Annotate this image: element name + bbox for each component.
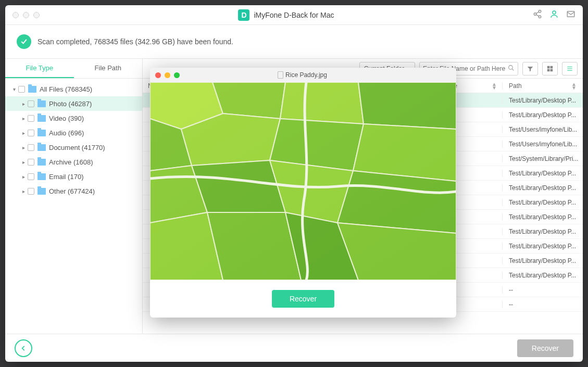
caret-right-icon: ▸ [21, 188, 26, 194]
caret-right-icon: ▸ [21, 101, 26, 107]
cell-path: Test/Library/Desktop P... [502, 257, 583, 264]
preview-filename: Rice Paddy.jpg [184, 71, 421, 79]
svg-marker-14 [358, 82, 456, 129]
window-controls[interactable] [12, 12, 40, 18]
svg-point-3 [553, 11, 556, 14]
tree-label: All Files (768345) [40, 85, 92, 93]
tree-label: Archive (1608) [49, 158, 93, 166]
cell-path: Test/Library/Desktop P... [502, 199, 583, 206]
titlebar: D iMyFone D-Back for Mac [5, 5, 583, 25]
tree-label: Video (390) [49, 115, 84, 122]
mail-icon[interactable] [566, 9, 576, 21]
svg-point-2 [539, 16, 541, 18]
cell-path: Test/Library/Desktop P... [502, 272, 583, 279]
cell-path: Test/Library/Desktop P... [502, 97, 583, 104]
checkbox[interactable] [28, 144, 34, 151]
cell-path: Test/System/Library/Pri... [502, 155, 583, 162]
folder-icon [28, 86, 36, 93]
cell-path: -- [502, 301, 583, 308]
svg-marker-13 [280, 82, 364, 124]
svg-marker-26 [337, 223, 456, 280]
cell-path: Test/Users/imyfone/Lib... [502, 126, 583, 133]
svg-marker-24 [207, 212, 301, 280]
preview-image [150, 82, 456, 280]
tree-item[interactable]: ▸Document (41770) [5, 140, 142, 155]
tree-item[interactable]: ▸Video (390) [5, 111, 142, 125]
tree-label: Photo (46287) [49, 100, 92, 108]
tree-item[interactable]: ▸Email (170) [5, 169, 142, 184]
app-title: iMyFone D-Back for Mac [254, 11, 334, 19]
scan-status: Scan completed, 768345 files (342.96 GB)… [5, 25, 583, 58]
svg-point-0 [539, 10, 541, 12]
tab-file-type[interactable]: File Type [5, 59, 74, 78]
checkbox[interactable] [28, 188, 34, 195]
list-view-button[interactable] [562, 62, 578, 75]
sort-icon: ▲▼ [492, 82, 497, 90]
cell-path: Test/Library/Desktop P... [502, 170, 583, 177]
cell-path: Test/Library/Desktop P... [502, 228, 583, 235]
folder-icon [37, 130, 46, 136]
folder-icon [37, 188, 46, 195]
folder-icon [37, 159, 46, 166]
cell-path: Test/Library/Desktop P... [502, 111, 583, 119]
checkbox[interactable] [28, 159, 34, 166]
recover-button[interactable]: Recover [517, 339, 573, 357]
checkbox[interactable] [28, 173, 34, 180]
folder-icon [37, 115, 46, 122]
folder-icon [37, 173, 46, 180]
tree-item[interactable]: ▸Other (677424) [5, 184, 142, 198]
caret-down-icon: ▾ [11, 86, 17, 92]
caret-right-icon: ▸ [21, 145, 26, 150]
caret-right-icon: ▸ [21, 159, 26, 165]
user-icon[interactable] [549, 9, 559, 21]
preview-recover-button[interactable]: Recover [272, 290, 334, 308]
app-logo-icon: D [238, 9, 249, 21]
status-text: Scan completed, 768345 files (342.96 GB)… [37, 37, 233, 46]
caret-right-icon: ▸ [21, 130, 26, 136]
cell-path: Test/Library/Desktop P... [502, 213, 583, 221]
preview-window-controls[interactable] [155, 72, 180, 78]
folder-icon [37, 144, 46, 151]
checkbox[interactable] [28, 100, 34, 107]
checkbox[interactable] [28, 130, 34, 136]
cell-path: -- [502, 286, 583, 294]
tree-root[interactable]: ▾All Files (768345) [5, 82, 142, 96]
grid-view-button[interactable] [542, 62, 558, 75]
app-window: D iMyFone D-Back for Mac Scan completed,… [5, 5, 583, 362]
cell-path: Test/Library/Desktop P... [502, 243, 583, 250]
tree-item[interactable]: ▸Photo (46287) [5, 96, 142, 111]
sort-icon: ▲▼ [571, 82, 577, 90]
folder-icon [37, 100, 46, 107]
tree-label: Other (677424) [49, 187, 95, 195]
preview-window: Rice Paddy.jpg [150, 68, 456, 318]
th-path[interactable]: Path▲▼ [502, 82, 583, 90]
tree-item[interactable]: ▸Audio (696) [5, 125, 142, 140]
share-icon[interactable] [533, 9, 542, 21]
svg-rect-9 [551, 69, 553, 71]
caret-right-icon: ▸ [21, 116, 26, 121]
tree-label: Email (170) [49, 173, 83, 181]
checkbox[interactable] [28, 115, 34, 122]
tree-label: Audio (696) [49, 129, 84, 137]
checkbox[interactable] [18, 86, 25, 93]
svg-rect-7 [551, 66, 553, 68]
sidebar: File Type File Path ▾All Files (768345)▸… [5, 59, 143, 334]
filter-button[interactable] [522, 62, 538, 75]
check-circle-icon [17, 34, 31, 49]
search-icon[interactable] [508, 64, 515, 73]
svg-marker-20 [192, 160, 285, 212]
file-tree: ▾All Files (768345)▸Photo (46287)▸Video … [5, 79, 142, 201]
svg-point-1 [534, 12, 536, 15]
back-button[interactable] [15, 339, 32, 357]
caret-right-icon: ▸ [21, 174, 26, 180]
cell-path: Test/Users/imyfone/Lib... [502, 141, 583, 148]
tree-label: Document (41770) [49, 144, 105, 151]
tree-item[interactable]: ▸Archive (1608) [5, 155, 142, 169]
svg-point-5 [509, 65, 513, 69]
tab-file-path[interactable]: File Path [74, 59, 143, 78]
svg-rect-8 [547, 69, 550, 71]
file-icon [278, 71, 283, 79]
footer: Recover [5, 334, 583, 362]
cell-path: Test/Library/Desktop P... [502, 184, 583, 192]
svg-rect-6 [547, 66, 550, 68]
